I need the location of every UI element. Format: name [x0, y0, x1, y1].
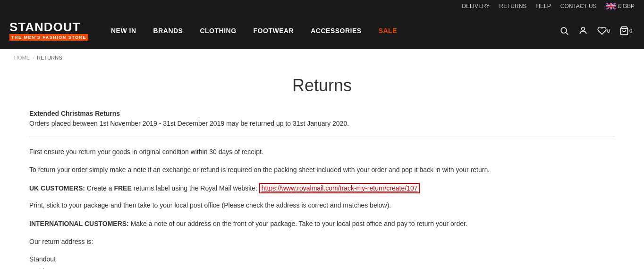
uk-print-text: Print, stick to your package and then ta… — [29, 200, 615, 210]
royal-mail-link[interactable]: https://www.royalmail.com/track-my-retur… — [259, 183, 420, 193]
address-block: Standout 4 Eldon Way Hockley Essex, SS5 … — [29, 253, 615, 269]
nav-icons: 0 0 — [557, 24, 635, 38]
delivery-link[interactable]: DELIVERY — [462, 3, 490, 9]
breadcrumb-home[interactable]: HOME — [14, 55, 30, 61]
svg-point-9 — [561, 27, 567, 33]
breadcrumb-current: RETURNS — [37, 55, 62, 61]
uk-text-before: Create a — [87, 184, 114, 192]
christmas-title: Extended Christmas Returns — [29, 110, 615, 117]
wishlist-count: 0 — [607, 28, 610, 34]
returns-link[interactable]: RETURNS — [499, 3, 526, 9]
contact-link[interactable]: CONTACT US — [560, 3, 597, 9]
divider — [29, 137, 615, 137]
nav-new-in[interactable]: NEW IN — [102, 12, 145, 49]
bag-count: 0 — [629, 28, 632, 34]
svg-line-10 — [566, 33, 568, 35]
address-intro: Our return address is: — [29, 236, 615, 247]
help-link[interactable]: HELP — [536, 3, 551, 9]
logo-subtitle: THE MEN'S FASHION STORE — [9, 34, 88, 41]
christmas-returns-section: Extended Christmas Returns Orders placed… — [29, 110, 615, 127]
wishlist-button[interactable]: 0 — [595, 24, 612, 38]
nav-accessories[interactable]: ACCESSORIES — [302, 12, 370, 49]
paragraph-2: To return your order simply make a note … — [29, 165, 615, 175]
utility-bar: DELIVERY RETURNS HELP CONTACT US £ GBP — [0, 0, 644, 12]
address-line-1: Standout — [29, 253, 615, 265]
page-title: Returns — [29, 76, 615, 95]
main-navigation: STANDOUT THE MEN'S FASHION STORE NEW IN … — [0, 12, 644, 49]
uk-customers-label: UK CUSTOMERS: — [29, 184, 85, 192]
account-button[interactable] — [576, 24, 590, 38]
currency-label: £ GBP — [618, 3, 635, 9]
address-line-2: 4 Eldon Way — [29, 266, 615, 269]
nav-clothing[interactable]: CLOTHING — [191, 12, 245, 49]
nav-sale[interactable]: SALE — [370, 12, 406, 49]
bag-button[interactable]: 0 — [617, 24, 635, 38]
nav-links: NEW IN BRANDS CLOTHING FOOTWEAR ACCESSOR… — [102, 12, 557, 49]
uk-text-after: returns label using the Royal Mail websi… — [134, 184, 259, 192]
intl-label: INTERNATIONAL CUSTOMERS: — [29, 220, 129, 227]
breadcrumb: HOME › RETURNS — [0, 49, 644, 66]
nav-footwear[interactable]: FOOTWEAR — [245, 12, 303, 49]
svg-point-11 — [581, 27, 585, 31]
logo-text: STANDOUT — [9, 21, 88, 33]
uk-customers-section: UK CUSTOMERS: Create a FREE returns labe… — [29, 183, 615, 211]
nav-brands[interactable]: BRANDS — [145, 12, 192, 49]
intl-customers-section: INTERNATIONAL CUSTOMERS: Make a note of … — [29, 218, 615, 229]
uk-free-label: FREE — [114, 184, 131, 192]
address-section: Our return address is: Standout 4 Eldon … — [29, 236, 615, 269]
breadcrumb-separator: › — [33, 55, 34, 61]
paragraph-1: First ensure you return your goods in or… — [29, 147, 615, 157]
intl-text: Make a note of our address on the front … — [131, 220, 467, 227]
page-content: Returns Extended Christmas Returns Order… — [15, 66, 629, 269]
logo[interactable]: STANDOUT THE MEN'S FASHION STORE — [9, 19, 88, 43]
search-button[interactable] — [557, 24, 571, 38]
currency-selector[interactable]: £ GBP — [606, 3, 635, 9]
christmas-text: Orders placed between 1st November 2019 … — [29, 120, 615, 127]
